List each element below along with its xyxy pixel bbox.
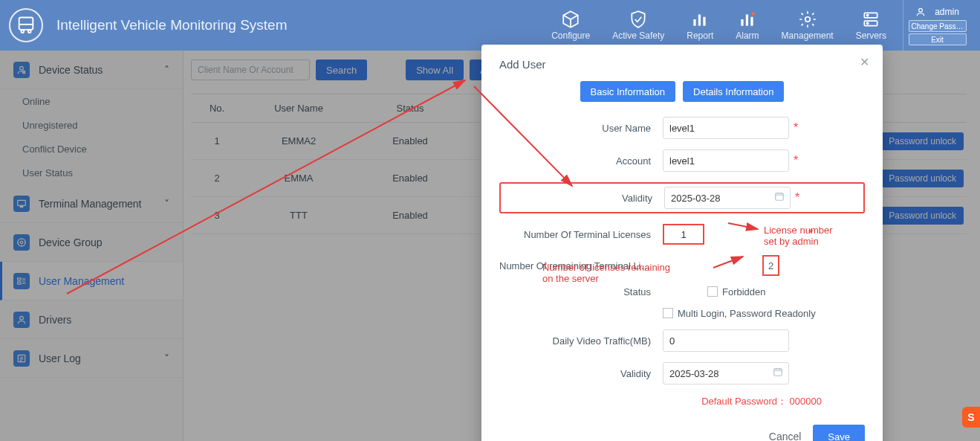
server-icon: [861, 10, 880, 29]
nav-label: Report: [687, 30, 713, 41]
label-validity2: Validity: [499, 368, 663, 379]
label-remaining: Number Of remaining Terminal Licen…: [499, 260, 663, 271]
nav-label: Servers: [856, 30, 886, 41]
nav-management[interactable]: Management: [782, 10, 834, 41]
nav-label: Management: [782, 30, 834, 41]
checkbox-icon: [663, 308, 673, 318]
app-title: Intelligent Vehicle Monitoring System: [56, 17, 288, 33]
gear-icon: [798, 10, 817, 29]
svg-rect-28: [774, 369, 782, 376]
svg-point-2: [21, 30, 24, 33]
tab-basic-information[interactable]: Basic Information: [580, 81, 675, 102]
label-account: Account: [499, 155, 663, 167]
svg-rect-4: [694, 19, 696, 26]
svg-rect-7: [741, 19, 743, 26]
calendar-icon[interactable]: [773, 367, 783, 380]
nav-report[interactable]: Report: [687, 10, 713, 41]
close-icon[interactable]: ✕: [860, 55, 869, 69]
checkbox-icon: [707, 286, 718, 297]
required-star: *: [795, 191, 799, 205]
nav-configure[interactable]: Configure: [551, 10, 590, 41]
value-remaining: 2: [768, 260, 773, 271]
svg-point-15: [867, 22, 869, 24]
user-icon: [915, 7, 926, 17]
bars-alert-icon: [738, 10, 757, 29]
svg-point-14: [867, 15, 869, 16]
input-validity2[interactable]: [663, 362, 789, 384]
label-status: Status: [499, 286, 663, 297]
input-licenses[interactable]: [669, 226, 698, 242]
app-header: Intelligent Vehicle Monitoring System Co…: [0, 0, 980, 51]
bars-icon: [690, 10, 710, 29]
checkbox-multi-login[interactable]: Multi Login, Password Readonly: [663, 308, 816, 319]
modal-title: Add User: [499, 58, 865, 71]
svg-rect-0: [19, 18, 33, 30]
required-star: *: [794, 121, 798, 135]
label-daily-video: Daily Video Traffic(MB): [499, 335, 663, 347]
svg-point-3: [28, 30, 31, 33]
floating-tab[interactable]: S: [962, 407, 980, 428]
nav-label: Active Safety: [612, 30, 664, 41]
nav-label: Configure: [551, 30, 590, 41]
svg-point-16: [919, 8, 923, 12]
cancel-button[interactable]: Cancel: [769, 431, 802, 441]
nav-active-safety[interactable]: Active Safety: [612, 10, 664, 41]
input-user-name[interactable]: [663, 117, 789, 139]
svg-rect-27: [776, 193, 784, 200]
calendar-icon[interactable]: [774, 191, 785, 205]
svg-point-11: [805, 17, 810, 22]
svg-rect-8: [746, 15, 748, 26]
nav-servers[interactable]: Servers: [856, 10, 886, 41]
svg-rect-9: [750, 17, 753, 26]
label-user-name: User Name: [499, 123, 663, 134]
bus-icon: [16, 15, 36, 36]
svg-point-10: [751, 12, 754, 15]
default-password-note: Default Password： 000000: [499, 395, 865, 408]
checkbox-forbidden[interactable]: Forbidden: [707, 286, 766, 297]
tab-details-information[interactable]: Details Information: [683, 81, 784, 102]
required-star: *: [808, 228, 813, 241]
svg-rect-6: [704, 17, 706, 26]
account-box: admin Change Pass… Exit: [903, 0, 971, 51]
header-nav: Configure Active Safety Report Alarm Man…: [551, 10, 886, 41]
nav-alarm[interactable]: Alarm: [736, 10, 759, 41]
change-password-button[interactable]: Change Pass…: [909, 20, 967, 32]
input-account[interactable]: [663, 149, 789, 172]
nav-label: Alarm: [736, 30, 759, 41]
save-button[interactable]: Save: [813, 425, 865, 441]
add-user-modal: Add User ✕ Basic Information Details Inf…: [481, 45, 883, 441]
account-name: admin: [935, 7, 959, 17]
svg-rect-5: [698, 15, 701, 26]
required-star: *: [794, 154, 798, 167]
shield-icon: [629, 10, 648, 29]
label-licenses: Number Of Terminal Licenses: [499, 229, 663, 240]
app-logo: [9, 8, 43, 42]
cube-icon: [561, 10, 580, 29]
exit-button[interactable]: Exit: [909, 33, 967, 45]
label-validity: Validity: [501, 193, 664, 204]
input-validity[interactable]: [664, 187, 791, 209]
input-daily-video[interactable]: [663, 329, 789, 352]
